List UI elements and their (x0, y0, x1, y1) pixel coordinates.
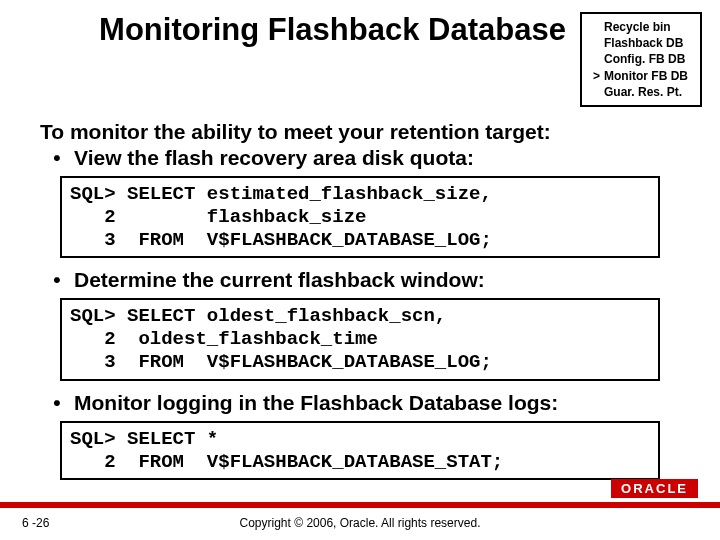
slide: Monitoring Flashback Database Recycle bi… (0, 0, 720, 540)
title-row: Monitoring Flashback Database Recycle bi… (0, 12, 720, 107)
nav-label: Recycle bin (604, 19, 671, 35)
nav-box: Recycle bin Flashback DB Config. FB DB >… (580, 12, 702, 107)
nav-marker (588, 84, 604, 100)
bullet-text: Determine the current flashback window: (74, 268, 680, 292)
nav-item: >Monitor FB DB (588, 68, 688, 84)
nav-label: Config. FB DB (604, 51, 685, 67)
nav-label: Guar. Res. Pt. (604, 84, 682, 100)
bullet-item: • Determine the current flashback window… (40, 268, 680, 292)
oracle-logo: ORACLE (611, 479, 698, 498)
nav-marker (588, 35, 604, 51)
bullet-text: View the flash recovery area disk quota: (74, 146, 680, 170)
slide-body: To monitor the ability to meet your rete… (40, 120, 680, 490)
nav-item: Guar. Res. Pt. (588, 84, 688, 100)
nav-item: Config. FB DB (588, 51, 688, 67)
nav-marker (588, 51, 604, 67)
nav-item: Recycle bin (588, 19, 688, 35)
sql-block: SQL> SELECT oldest_flashback_scn, 2 olde… (60, 298, 660, 380)
bullet-dot-icon: • (40, 391, 74, 415)
nav-label: Flashback DB (604, 35, 683, 51)
nav-item: Flashback DB (588, 35, 688, 51)
sql-block: SQL> SELECT * 2 FROM V$FLASHBACK_DATABAS… (60, 421, 660, 481)
copyright-text: Copyright © 2006, Oracle. All rights res… (0, 516, 720, 530)
nav-marker (588, 19, 604, 35)
nav-label: Monitor FB DB (604, 68, 688, 84)
bullet-item: • View the flash recovery area disk quot… (40, 146, 680, 170)
bullet-dot-icon: • (40, 146, 74, 170)
bullet-dot-icon: • (40, 268, 74, 292)
lead-text: To monitor the ability to meet your rete… (40, 120, 680, 144)
nav-marker: > (588, 68, 604, 84)
footer-divider (0, 502, 720, 508)
sql-block: SQL> SELECT estimated_flashback_size, 2 … (60, 176, 660, 258)
bullet-text: Monitor logging in the Flashback Databas… (74, 391, 680, 415)
bullet-item: • Monitor logging in the Flashback Datab… (40, 391, 680, 415)
slide-title: Monitoring Flashback Database (0, 12, 580, 48)
